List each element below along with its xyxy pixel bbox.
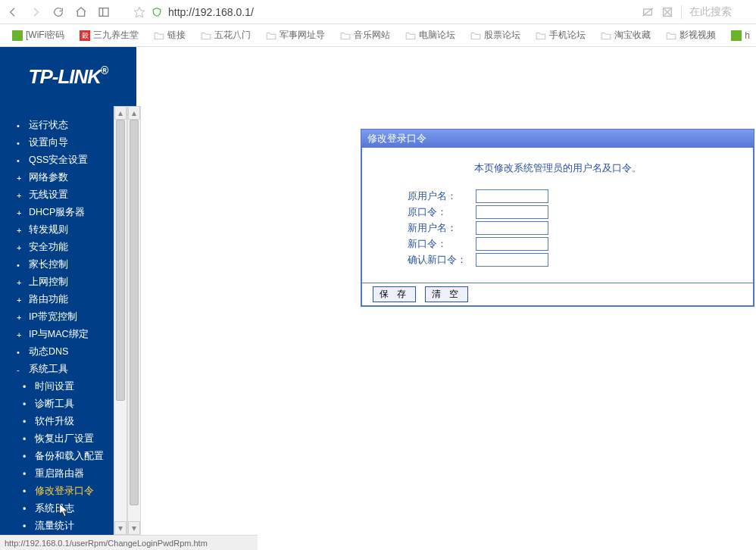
sidebar-subitem-label: 备份和载入配置 — [35, 450, 104, 463]
folder-icon — [470, 31, 481, 40]
search-box-placeholder[interactable]: 在此搜索 — [689, 5, 750, 19]
site-icon: 穀 — [80, 30, 90, 41]
tree-toggle-icon: + — [17, 208, 24, 217]
sidebar-subitem[interactable]: 时间设置 — [0, 378, 114, 395]
main-content: 修改登录口令 本页修改系统管理员的用户名及口令。 原用户名： 原口令： 新用户名… — [141, 106, 756, 535]
address-bar[interactable]: http://192.168.0.1/ — [168, 6, 636, 18]
sidebar-item[interactable]: +安全功能 — [0, 239, 114, 256]
sidebar-toggle-icon[interactable] — [97, 5, 111, 19]
tree-toggle-icon: - — [17, 365, 24, 374]
sidebar-item[interactable]: •QSS安全设置 — [0, 152, 114, 169]
reload-button[interactable] — [52, 5, 65, 19]
sidebar-subitem-label: 系统日志 — [35, 502, 74, 515]
forward-button[interactable] — [29, 5, 42, 19]
bookmark-item[interactable]: [WiFi密码 — [5, 27, 72, 45]
tree-toggle-icon: + — [17, 226, 24, 235]
sidebar-item-label: 系统工具 — [29, 363, 68, 376]
bookmark-item[interactable]: 电脑论坛 — [398, 27, 463, 45]
sidebar-scrollbar[interactable]: ▴ ▾ — [114, 106, 127, 535]
sidebar-subitem[interactable]: 恢复出厂设置 — [0, 430, 114, 448]
bookmark-label: h — [745, 30, 750, 41]
confirm-pwd-label: 确认新口令： — [408, 253, 476, 267]
sidebar-item-label: IP与MAC绑定 — [29, 328, 89, 341]
new-pwd-input[interactable] — [476, 237, 548, 251]
bookmark-label: 影视视频 — [679, 29, 716, 42]
bookmark-item[interactable]: 手机论坛 — [528, 27, 593, 45]
screenshot-icon[interactable] — [642, 6, 654, 18]
panel-description: 本页修改系统管理员的用户名及口令。 — [377, 158, 738, 187]
tree-toggle-icon: + — [17, 295, 24, 305]
favorite-icon[interactable] — [133, 6, 145, 18]
sidebar-subitem[interactable]: 备份和载入配置 — [0, 448, 114, 465]
bookmark-label: 电脑论坛 — [419, 29, 455, 42]
save-button[interactable]: 保 存 — [373, 286, 416, 302]
sidebar-item[interactable]: •运行状态 — [0, 117, 114, 134]
tree-toggle-icon: • — [17, 156, 24, 165]
clear-button[interactable]: 清 空 — [425, 286, 468, 302]
bookmark-item[interactable]: 链接 — [146, 27, 193, 45]
new-pwd-label: 新口令： — [408, 237, 476, 251]
confirm-pwd-input[interactable] — [476, 253, 548, 267]
change-password-panel: 修改登录口令 本页修改系统管理员的用户名及口令。 原用户名： 原口令： 新用户名… — [361, 129, 754, 307]
sidebar-subitem-label: 软件升级 — [35, 415, 74, 428]
bookmark-item[interactable]: 穀三九养生堂 — [72, 27, 146, 45]
bookmark-item[interactable]: h — [723, 27, 756, 45]
sidebar-item[interactable]: +无线设置 — [0, 186, 114, 204]
content-scrollbar-left[interactable]: ▴ ▾ — [127, 106, 141, 535]
scroll-down-icon[interactable]: ▾ — [114, 521, 127, 535]
folder-icon — [601, 31, 611, 40]
sidebar-item-label: QSS安全设置 — [29, 154, 88, 167]
old-pwd-label: 原口令： — [408, 205, 476, 219]
sidebar-subitem[interactable]: 流量统计 — [0, 517, 114, 535]
sidebar-subitem[interactable]: 重启路由器 — [0, 465, 114, 483]
svg-marker-2 — [134, 7, 144, 17]
sidebar-item[interactable]: •设置向导 — [0, 134, 114, 152]
tree-toggle-icon: + — [17, 191, 24, 200]
sidebar-item[interactable]: +IP带宽控制 — [0, 308, 114, 326]
sidebar-item[interactable]: +网络参数 — [0, 169, 114, 186]
sidebar-item-label: 运行状态 — [29, 119, 68, 132]
sidebar-item-label: 路由功能 — [29, 293, 68, 306]
sidebar-subitem[interactable]: 软件升级 — [0, 413, 114, 430]
folder-icon — [340, 31, 351, 40]
bookmark-bar: [WiFi密码穀三九养生堂链接五花八门军事网址导音乐网站电脑论坛股票论坛手机论坛… — [0, 24, 756, 47]
back-button[interactable] — [6, 5, 20, 19]
tree-toggle-icon: • — [17, 261, 24, 270]
sidebar-item[interactable]: +上网控制 — [0, 273, 114, 291]
browser-toolbar: http://192.168.0.1/ 在此搜索 — [0, 0, 756, 24]
sidebar-subitem[interactable]: 修改登录口令 — [0, 483, 114, 500]
new-user-input[interactable] — [476, 221, 548, 235]
bookmark-item[interactable]: 股票论坛 — [463, 27, 528, 45]
tree-toggle-icon: + — [17, 243, 24, 252]
sidebar-item[interactable]: +路由功能 — [0, 291, 114, 308]
sidebar-subitem[interactable]: 系统日志 — [0, 500, 114, 517]
bookmark-label: 军事网址导 — [280, 29, 325, 42]
sidebar-item[interactable]: •家长控制 — [0, 256, 114, 273]
old-pwd-input[interactable] — [476, 205, 548, 219]
bookmark-item[interactable]: 音乐网站 — [333, 27, 398, 45]
bookmark-label: 音乐网站 — [354, 29, 390, 42]
tree-toggle-icon: + — [17, 330, 24, 339]
sidebar-item-label: 上网控制 — [29, 276, 68, 289]
folder-icon — [666, 31, 676, 40]
sidebar-subitem-label: 重启路由器 — [35, 467, 84, 480]
status-bar: http://192.168.0.1/userRpm/ChangeLoginPw… — [0, 535, 258, 550]
sidebar-item[interactable]: -系统工具 — [0, 361, 114, 378]
sidebar-item[interactable]: +转发规则 — [0, 221, 114, 239]
sidebar-item-label: DHCP服务器 — [29, 206, 85, 219]
sidebar-item-label: 转发规则 — [29, 223, 68, 236]
sidebar-item-label: 网络参数 — [29, 171, 68, 184]
bookmark-item[interactable]: 军事网址导 — [258, 27, 333, 45]
sidebar-subitem-label: 修改登录口令 — [35, 485, 94, 498]
sidebar-item[interactable]: •动态DNS — [0, 343, 114, 361]
sidebar-subitem[interactable]: 诊断工具 — [0, 395, 114, 413]
home-button[interactable] — [74, 5, 88, 19]
block-icon[interactable] — [661, 6, 673, 18]
sidebar-item[interactable]: +IP与MAC绑定 — [0, 326, 114, 343]
old-user-input[interactable] — [476, 189, 548, 203]
bookmark-item[interactable]: 五花八门 — [193, 27, 258, 45]
sidebar-item[interactable]: +DHCP服务器 — [0, 204, 114, 221]
bookmark-item[interactable]: 淘宝收藏 — [593, 27, 658, 45]
scroll-up-icon[interactable]: ▴ — [114, 106, 127, 120]
bookmark-item[interactable]: 影视视频 — [658, 27, 723, 45]
